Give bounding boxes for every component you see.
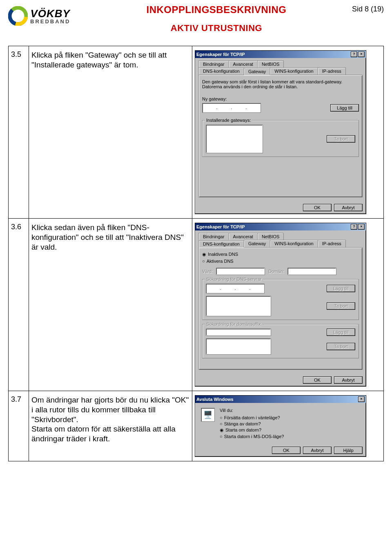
host-label: Värd: [202, 269, 213, 274]
dialog-title: Egenskaper för TCP/IP [196, 52, 245, 57]
step-number: 3.6 [9, 219, 29, 391]
radio-standby[interactable]: Försätta datorn i vänteläge? [220, 415, 284, 420]
ok-button[interactable]: OK [303, 376, 332, 384]
help-icon[interactable]: ? [351, 224, 357, 230]
tab-wins[interactable]: WINS-konfiguration [270, 240, 318, 247]
radio-standby-label: Försätta datorn i vänteläge? [224, 415, 280, 420]
ok-button[interactable]: OK [303, 204, 332, 211]
tab-ip[interactable]: IP-adress [318, 240, 346, 247]
logo-main-text: VÖKBY [30, 8, 70, 19]
table-row: 3.6 Klicka sedan även på fliken "DNS-kon… [9, 219, 384, 391]
suffix-input [206, 329, 271, 336]
radio-enable-dns-label: Aktivera DNS [207, 259, 234, 264]
radio-disable-dns[interactable]: Inaktivera DNS [202, 252, 359, 257]
gateway-description: Den gateway som står först i listan komm… [202, 79, 359, 89]
help-button[interactable]: Hjälp [334, 447, 363, 454]
tab-gateway[interactable]: Gateway [244, 240, 270, 247]
tab-advanced[interactable]: Avancerat [229, 60, 258, 67]
page-number: Sid 8 (19) [335, 4, 384, 13]
cancel-button[interactable]: Avbryt [334, 204, 363, 211]
remove-button: Ta bort [327, 302, 355, 310]
radio-disable-dns-label: Inaktivera DNS [208, 252, 238, 257]
remove-button[interactable]: Ta bort [327, 135, 355, 143]
shutdown-prompt: Vill du: [220, 408, 284, 413]
tab-dns[interactable]: DNS-konfiguration [198, 67, 244, 75]
tab-ip[interactable]: IP-adress [318, 67, 346, 75]
tab-bindings[interactable]: Bindningar [198, 233, 229, 240]
radio-restart-label: Starta om datorn? [225, 427, 261, 432]
radio-shutdown[interactable]: Stänga av datorn? [220, 421, 284, 426]
close-icon[interactable]: × [358, 396, 365, 402]
installed-gateways-group: Installerade gateways: Ta bort [202, 120, 359, 157]
cancel-button[interactable]: Avbryt [334, 376, 363, 384]
installed-gateways-label: Installerade gateways: [205, 118, 252, 123]
step-text: Klicka på fliken "Gateway" och se till a… [29, 46, 192, 219]
shutdown-dialog: Avsluta Windows × 🖥️ Vill du: Försätta d… [195, 395, 366, 457]
dns-search-label: Sökordning för DNS-servrar [205, 277, 263, 282]
remove-button: Ta bort [327, 343, 355, 350]
suffix-label: Sökordning för domänsuffix [205, 322, 262, 327]
radio-shutdown-label: Stänga av datorn? [224, 421, 261, 426]
ok-button[interactable]: OK [272, 447, 301, 454]
logo-sub-text: BREDBAND [30, 19, 70, 24]
steps-table: 3.5 Klicka på fliken "Gateway" och se ti… [8, 46, 384, 461]
radio-msdos[interactable]: Starta datorn i MS-DOS-läge? [220, 434, 284, 439]
cancel-button[interactable]: Avbryt [303, 447, 332, 454]
tab-gateway[interactable]: Gateway [244, 68, 270, 75]
tab-netbios[interactable]: NetBIOS [257, 60, 284, 67]
tab-advanced[interactable]: Avancerat [229, 233, 258, 240]
add-button: Lägg till [327, 285, 355, 292]
dns-server-list [206, 296, 271, 316]
doc-subtitle: AKTIV UTRUSTNING [104, 23, 329, 34]
close-icon[interactable]: × [358, 224, 365, 230]
table-row: 3.5 Klicka på fliken "Gateway" och se ti… [9, 46, 384, 219]
radio-msdos-label: Starta datorn i MS-DOS-läge? [224, 434, 284, 439]
tab-netbios[interactable]: NetBIOS [257, 233, 284, 240]
tcpip-dialog-dns: Egenskaper för TCP/IP ? × Bindningar Ava… [195, 223, 366, 387]
dialog-title: Avsluta Windows [196, 397, 234, 402]
step-text: Om ändringar har gjorts bör du nu klicka… [29, 391, 192, 461]
tab-dns[interactable]: DNS-konfiguration [198, 240, 244, 248]
suffix-list [206, 338, 271, 355]
step-text: Klicka sedan även på fliken "DNS-konfigu… [29, 219, 192, 391]
step-number: 3.7 [9, 391, 29, 461]
help-icon[interactable]: ? [351, 51, 357, 57]
dialog-title: Egenskaper för TCP/IP [196, 224, 245, 229]
table-row: 3.7 Om ändringar har gjorts bör du nu kl… [9, 391, 384, 461]
domain-label: Domän: [268, 269, 284, 274]
dns-server-input: . . . [206, 284, 265, 293]
add-button[interactable]: Lägg till [330, 104, 359, 112]
brand-logo: VÖKBY BREDBAND [8, 4, 98, 28]
add-button: Lägg till [327, 329, 355, 336]
doc-header: VÖKBY BREDBAND INKOPPLINGSBESKRIVNING AK… [8, 4, 384, 34]
new-gateway-label: Ny gateway: [202, 96, 359, 101]
close-icon[interactable]: × [358, 51, 365, 57]
doc-title: INKOPPLINGSBESKRIVNING [104, 4, 329, 16]
radio-enable-dns[interactable]: Aktivera DNS [202, 259, 359, 264]
radio-restart[interactable]: Starta om datorn? [220, 427, 284, 433]
new-gateway-input[interactable]: . . . [202, 103, 261, 113]
shutdown-icon: 🖥️ [201, 408, 215, 422]
installed-gateways-list[interactable] [206, 125, 263, 153]
host-input [216, 268, 265, 275]
suffix-search-group: Sökordning för domänsuffix Lägg till [202, 324, 359, 358]
tcpip-dialog-gateway: Egenskaper för TCP/IP ? × Bindningar Ava… [195, 50, 366, 214]
dns-search-group: Sökordning för DNS-servrar . . . [202, 279, 359, 320]
logo-icon [8, 6, 28, 26]
domain-input [287, 268, 336, 275]
tab-bindings[interactable]: Bindningar [198, 60, 229, 67]
tab-wins[interactable]: WINS-konfiguration [270, 67, 318, 75]
step-number: 3.5 [9, 46, 29, 219]
